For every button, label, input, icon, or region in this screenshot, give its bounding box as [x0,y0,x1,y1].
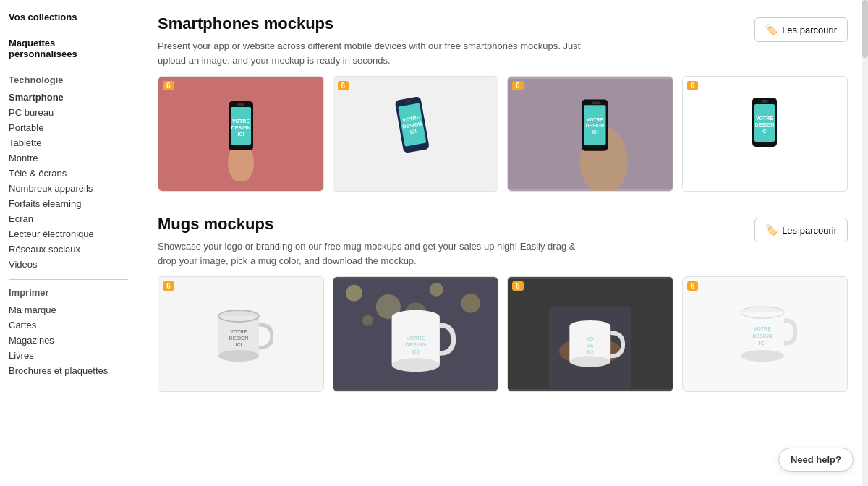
svg-text:VOTRE: VOTRE [587,117,603,122]
svg-point-38 [461,294,480,313]
sidebar-item-forfaits-elearning[interactable]: Forfaits elearning [9,196,128,211]
smartphone-mockup-3[interactable]: 6 VOTRE DESIGN ICI [507,76,673,192]
svg-text:ICI: ICI [592,129,598,135]
sidebar-item-lecteur-electronique[interactable]: Lecteur électronique [9,226,128,242]
sidebar-item-livres[interactable]: Livres [9,348,128,363]
mug-4-image: VOTRE DESIGN ICI [683,277,848,391]
phone-3-badge: 6 [512,81,524,90]
svg-text:DESIGN: DESIGN [586,123,605,128]
phone-1-badge: 6 [163,81,174,90]
sidebar-item-ecran[interactable]: Ecran [9,211,128,226]
smartphone-mockup-1[interactable]: 6 VOTRE DESIGN ICI [158,76,324,192]
svg-text:DE: DE [587,343,594,348]
svg-text:ICI: ICI [412,349,419,355]
smartphones-title: Smartphones mockups [158,14,592,33]
mugs-title: Mugs mockups [158,215,592,234]
phone-4-image: VOTRE DESIGN ICI [683,77,848,191]
smartphones-browse-button[interactable]: 🏷️ Les parcourir [754,17,848,42]
svg-point-59 [741,350,784,362]
phone-2-badge: 6 [338,81,349,90]
sidebar-item-portable[interactable]: Portable [9,120,128,135]
svg-text:DESIGN: DESIGN [231,125,250,130]
mug-mockup-2[interactable]: VOTRE DESIGN ICI [333,276,499,392]
sidebar-item-reseaux-sociaux[interactable]: Réseaux sociaux [9,242,128,257]
sidebar-item-nombreux-appareils[interactable]: Nombreux appareils [9,181,128,196]
phone-3-image: VOTRE DESIGN ICI [508,77,673,191]
mugs-text: Mugs mockups Showcase your logo or brand… [158,215,592,268]
svg-rect-23 [761,100,768,103]
mug-4-badge: 6 [687,281,699,291]
custom-label: Maquettes personnalisées [9,38,128,59]
phone-2-image: VOTRE DESIGN ICI [333,77,498,191]
svg-rect-17 [592,101,601,104]
mug-mockup-3[interactable]: 6 VO DE [507,276,673,392]
smartphone-mockup-2[interactable]: 6 VOTRE DESIGN ICI [333,76,499,192]
phone-4-badge: 6 [687,81,699,90]
sidebar-item-ma-marque[interactable]: Ma marque [9,302,128,317]
smartphones-header: Smartphones mockups Present your app or … [158,14,848,67]
scrollbar-track[interactable] [862,0,868,486]
svg-point-39 [362,315,373,325]
svg-text:DESIGN: DESIGN [753,333,773,338]
mug-1-image: VOTRE DESIGN ICI [158,277,323,391]
sidebar-item-cartes[interactable]: Cartes [9,317,128,333]
collections-label: Vos collections [9,12,128,22]
svg-text:ICI: ICI [237,132,244,137]
tag-icon: 🏷️ [765,24,778,35]
mugs-grid: 6 VOTRE DESIGN ICI [158,276,848,392]
smartphone-mockup-4[interactable]: 6 VOTRE DESIGN ICI [682,76,848,192]
mug-mockup-1[interactable]: 6 VOTRE DESIGN ICI [158,276,324,392]
smartphones-grid: 6 VOTRE DESIGN ICI [158,76,848,192]
svg-text:VOTRE: VOTRE [230,329,247,334]
sidebar-divider-1 [9,30,128,30]
svg-point-35 [346,285,362,302]
sidebar-item-videos[interactable]: Videos [9,257,128,272]
sidebar: Vos collections Maquettes personnalisées… [0,0,137,486]
svg-point-37 [429,283,443,297]
sidebar-item-magazines[interactable]: Magazines [9,333,128,348]
svg-point-29 [218,350,259,362]
svg-text:DESIGN: DESIGN [405,341,426,348]
mugs-section: Mugs mockups Showcase your logo or brand… [158,215,848,392]
sidebar-item-tele-ecrans[interactable]: Télé & écrans [9,166,128,181]
sidebar-item-tablette[interactable]: Tablette [9,135,128,150]
svg-text:ICI: ICI [762,129,768,134]
sidebar-divider-3 [9,279,128,280]
svg-text:ICI: ICI [760,341,766,346]
svg-point-53 [569,356,610,367]
svg-text:VOTRE: VOTRE [756,116,773,121]
svg-text:ICI: ICI [587,349,594,354]
mug-2-image: VOTRE DESIGN ICI [333,277,498,391]
mugs-browse-label: Les parcourir [782,225,837,236]
svg-text:VO: VO [587,336,594,341]
phone-1-image: VOTRE DESIGN ICI [158,77,323,191]
main-content: Smartphones mockups Present your app or … [137,0,868,486]
smartphones-section: Smartphones mockups Present your app or … [158,14,848,192]
svg-text:DESIGN: DESIGN [229,336,248,341]
svg-text:DESIGN: DESIGN [755,122,775,127]
scrollbar-thumb[interactable] [862,0,868,58]
mugs-tag-icon: 🏷️ [765,224,778,236]
svg-text:VOTRE: VOTRE [232,119,250,124]
sidebar-item-montre[interactable]: Montre [9,150,128,166]
smartphones-desc: Present your app or website across diffe… [158,39,592,67]
mug-1-badge: 6 [163,281,174,291]
mug-mockup-4[interactable]: 6 VOTRE DESIGN ICI [682,276,848,392]
sidebar-item-smartphone[interactable]: Smartphone [9,90,128,105]
svg-text:ICI: ICI [235,342,242,347]
svg-text:VOTRE: VOTRE [406,335,425,341]
sidebar-item-pc-bureau[interactable]: PC bureau [9,105,128,120]
svg-rect-3 [237,103,244,106]
mugs-header: Mugs mockups Showcase your logo or brand… [158,215,848,268]
mug-3-image: VO DE ICI [508,277,673,391]
imprimer-category: Imprimer [9,287,128,298]
mugs-desc: Showcase your logo or branding on our fr… [158,239,592,268]
technologie-category: Technologie [9,74,128,85]
mugs-browse-button[interactable]: 🏷️ Les parcourir [754,218,848,242]
mug-3-badge: 6 [512,281,524,291]
svg-text:VOTRE: VOTRE [754,326,771,331]
sidebar-item-brochures[interactable]: Brochures et plaquettes [9,363,128,378]
svg-point-43 [391,358,439,372]
need-help-button[interactable]: Need help? [778,448,854,472]
sidebar-divider-2 [9,67,128,67]
